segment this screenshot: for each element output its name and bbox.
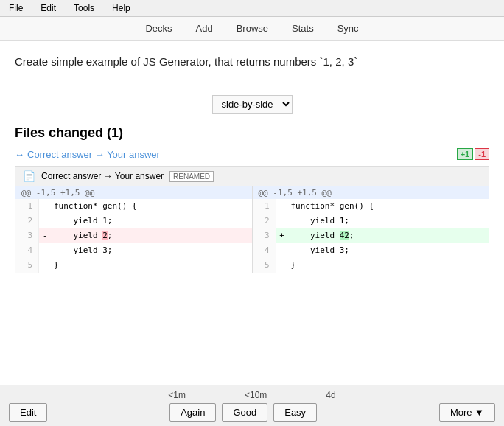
diff-right-num-4: 4: [253, 243, 276, 258]
diff-left-code-2: yield 1;: [51, 214, 252, 228]
diff-right-line-5: 5 }: [253, 258, 489, 273]
diff-badges: +1 -1: [457, 148, 489, 160]
diff-right-hunk: @@ -1,5 +1,5 @@: [253, 186, 489, 199]
diff-left-hunk: @@ -1,5 +1,5 @@: [15, 186, 252, 199]
diff-left-num-4: 4: [15, 243, 39, 258]
diff-left-num-5: 5: [15, 258, 39, 273]
nav-sync[interactable]: Sync: [333, 21, 363, 35]
diff-left-marker-1: [39, 199, 51, 214]
badge-del: -1: [475, 148, 489, 160]
diff-right-line-1: 1 function* gen() {: [253, 199, 489, 214]
diff-left-marker-5: [39, 258, 51, 273]
diff-header-row: ↔ Correct answer → Your answer +1 -1: [15, 148, 489, 160]
main-content: Create simple example of JS Generator, t…: [0, 41, 504, 385]
diff-right-line-4: 4 yield 3;: [253, 243, 489, 258]
diff-right-num-5: 5: [253, 258, 276, 273]
interval-again: <1m: [168, 390, 186, 400]
diff-left-num-3: 3: [15, 228, 39, 243]
diff-left-marker-4: [39, 243, 51, 258]
nav-add[interactable]: Add: [192, 21, 217, 35]
diff-left-line-5: 5 }: [15, 258, 252, 273]
diff-link-icon: ↔: [15, 149, 24, 160]
view-selector[interactable]: side-by-side unified: [212, 95, 293, 114]
diff-left-marker-2: [39, 214, 51, 228]
file-icon: 📄: [23, 170, 35, 182]
diff-right-code-5: }: [288, 258, 489, 273]
diff-link-text: Correct answer → Your answer: [27, 149, 160, 160]
diff-left-marker-3: -: [39, 228, 51, 243]
menu-edit[interactable]: Edit: [38, 1, 59, 15]
diff-right-marker-3: +: [276, 228, 288, 243]
interval-good: <10m: [245, 390, 267, 400]
diff-file-header: 📄 Correct answer → Your answer RENAMED: [15, 167, 489, 186]
interval-easy: 4d: [326, 390, 335, 400]
diff-right-highlight-3: 42: [340, 231, 349, 240]
diff-right-code-4: yield 3;: [288, 243, 489, 258]
action-left: Edit: [9, 403, 47, 422]
diff-right-marker-4: [276, 243, 288, 258]
renamed-badge: RENAMED: [169, 171, 214, 182]
diff-right-line-2: 2 yield 1;: [253, 214, 489, 228]
files-changed-title: Files changed (1): [15, 125, 489, 141]
edit-button[interactable]: Edit: [9, 403, 47, 422]
nav-browse[interactable]: Browse: [232, 21, 273, 35]
menu-file[interactable]: File: [6, 1, 26, 15]
easy-button[interactable]: Easy: [273, 403, 317, 422]
diff-right-num-3: 3: [253, 228, 276, 243]
diff-left-code-1: function* gen() {: [51, 199, 252, 214]
diff-right-num-2: 2: [253, 214, 276, 228]
diff-file-name: Correct answer → Your answer: [41, 171, 164, 181]
more-button[interactable]: More ▼: [439, 403, 495, 422]
diff-link[interactable]: ↔ Correct answer → Your answer: [15, 149, 160, 160]
diff-left-line-1: 1 function* gen() {: [15, 199, 252, 214]
diff-left-code-5: }: [51, 258, 252, 273]
good-button[interactable]: Good: [222, 403, 267, 422]
menu-help[interactable]: Help: [109, 1, 133, 15]
diff-left-highlight-3: 2: [102, 231, 108, 240]
diff-container: 📄 Correct answer → Your answer RENAMED @…: [15, 166, 489, 273]
diff-left-side: @@ -1,5 +1,5 @@ 1 function* gen() { 2 yi…: [15, 186, 252, 273]
diff-left-line-4: 4 yield 3;: [15, 243, 252, 258]
diff-right-code-2: yield 1;: [288, 214, 489, 228]
diff-left-code-3: yield 2;: [51, 228, 252, 243]
again-button[interactable]: Again: [169, 403, 216, 422]
diff-left-line-3: 3 - yield 2;: [15, 228, 252, 243]
interval-row: <1m <10m 4d: [9, 390, 495, 400]
diff-right-marker-5: [276, 258, 288, 273]
diff-left-line-2: 2 yield 1;: [15, 214, 252, 228]
diff-left-code-4: yield 3;: [51, 243, 252, 258]
action-center: Again Good Easy: [169, 403, 317, 422]
diff-right-marker-1: [276, 199, 288, 214]
diff-right-num-1: 1: [253, 199, 276, 214]
diff-right-line-3: 3 + yield 42;: [253, 228, 489, 243]
question-text: Create simple example of JS Generator, t…: [15, 55, 489, 80]
diff-left-num-2: 2: [15, 214, 39, 228]
nav-stats[interactable]: Stats: [287, 21, 318, 35]
diff-left-num-1: 1: [15, 199, 39, 214]
diff-right-side: @@ -1,5 +1,5 @@ 1 function* gen() { 2 yi…: [252, 186, 489, 273]
diff-right-code-3: yield 42;: [288, 228, 489, 243]
bottom-bar: <1m <10m 4d Edit Again Good Easy More ▼: [0, 385, 504, 426]
view-selector-row: side-by-side unified: [15, 95, 489, 114]
badge-add: +1: [457, 148, 474, 160]
diff-right-marker-2: [276, 214, 288, 228]
diff-body: @@ -1,5 +1,5 @@ 1 function* gen() { 2 yi…: [15, 186, 489, 273]
menu-bar: File Edit Tools Help: [0, 0, 504, 17]
menu-tools[interactable]: Tools: [71, 1, 97, 15]
diff-right-code-1: function* gen() {: [288, 199, 489, 214]
action-row: Edit Again Good Easy More ▼: [9, 403, 495, 422]
action-right: More ▼: [439, 403, 495, 422]
nav-decks[interactable]: Decks: [141, 21, 176, 35]
nav-bar: Decks Add Browse Stats Sync: [0, 17, 504, 41]
